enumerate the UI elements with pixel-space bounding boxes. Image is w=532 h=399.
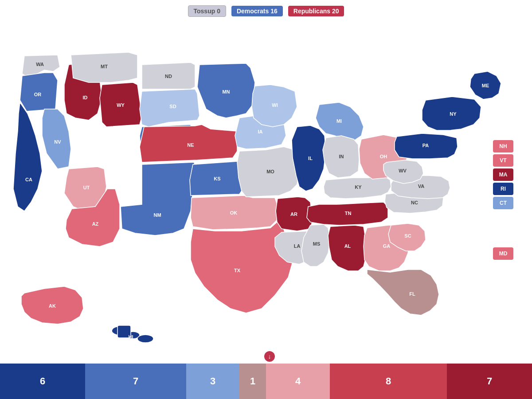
state-KS[interactable] bbox=[190, 161, 243, 196]
arrow-circle: ↓ bbox=[264, 351, 275, 362]
bar-lean-rep[interactable]: 8 bbox=[330, 364, 447, 399]
state-NV[interactable] bbox=[42, 109, 71, 169]
bar-tossup-rep[interactable]: 4 bbox=[266, 364, 330, 399]
state-NY[interactable] bbox=[422, 97, 481, 130]
small-state-NH[interactable]: NH bbox=[493, 140, 513, 153]
state-HI-3[interactable] bbox=[137, 335, 153, 343]
small-state-MD[interactable]: MD bbox=[493, 247, 513, 260]
small-state-VT[interactable]: VT bbox=[493, 154, 513, 167]
state-OK[interactable] bbox=[191, 196, 277, 230]
state-KY[interactable] bbox=[324, 176, 391, 199]
state-WI[interactable] bbox=[252, 85, 297, 127]
legend: Tossup 0 Democrats 16 Republicans 20 bbox=[0, 0, 532, 20]
small-state-RI[interactable]: RI bbox=[493, 183, 513, 195]
state-OR[interactable] bbox=[20, 73, 58, 111]
state-TN[interactable] bbox=[307, 202, 388, 225]
map-container: .safe-dem { fill: #1a3a8a; } .lean-dem {… bbox=[0, 20, 532, 371]
bar-safe-dem[interactable]: 6 bbox=[0, 364, 85, 399]
state-ND[interactable] bbox=[142, 63, 195, 89]
bar-lean-dem[interactable]: 7 bbox=[85, 364, 186, 399]
bar-safe-rep[interactable]: 7 bbox=[447, 364, 532, 399]
state-SD[interactable] bbox=[140, 89, 200, 127]
legend-tossup[interactable]: Tossup 0 bbox=[188, 5, 226, 17]
state-AK[interactable] bbox=[21, 286, 83, 324]
state-IN[interactable] bbox=[323, 136, 359, 178]
state-MO[interactable] bbox=[237, 147, 299, 197]
legend-democrats[interactable]: Democrats 16 bbox=[231, 6, 283, 16]
state-ME[interactable] bbox=[470, 71, 501, 99]
bottom-bar: 6 7 3 1 4 8 7 bbox=[0, 364, 532, 399]
state-AL[interactable] bbox=[328, 225, 366, 271]
state-MT[interactable] bbox=[71, 52, 137, 82]
state-PA[interactable] bbox=[395, 133, 458, 159]
small-state-CT[interactable]: CT bbox=[493, 197, 513, 209]
state-MS[interactable] bbox=[301, 224, 330, 266]
arrow-indicator: ↓ bbox=[264, 351, 275, 362]
legend-republicans[interactable]: Republicans 20 bbox=[288, 6, 344, 16]
state-CA[interactable] bbox=[13, 102, 42, 211]
small-state-MA[interactable]: MA bbox=[493, 168, 513, 181]
state-WY[interactable] bbox=[100, 82, 142, 127]
us-map[interactable]: .safe-dem { fill: #1a3a8a; } .lean-dem {… bbox=[0, 20, 532, 371]
state-NM[interactable] bbox=[121, 162, 195, 235]
state-MN[interactable] bbox=[197, 63, 255, 118]
bar-tossup[interactable]: 1 bbox=[239, 364, 266, 399]
state-NE[interactable] bbox=[140, 125, 237, 162]
state-HI-label-box bbox=[117, 325, 131, 338]
bar-likely-dem[interactable]: 3 bbox=[186, 364, 239, 399]
state-FL[interactable] bbox=[367, 270, 439, 315]
